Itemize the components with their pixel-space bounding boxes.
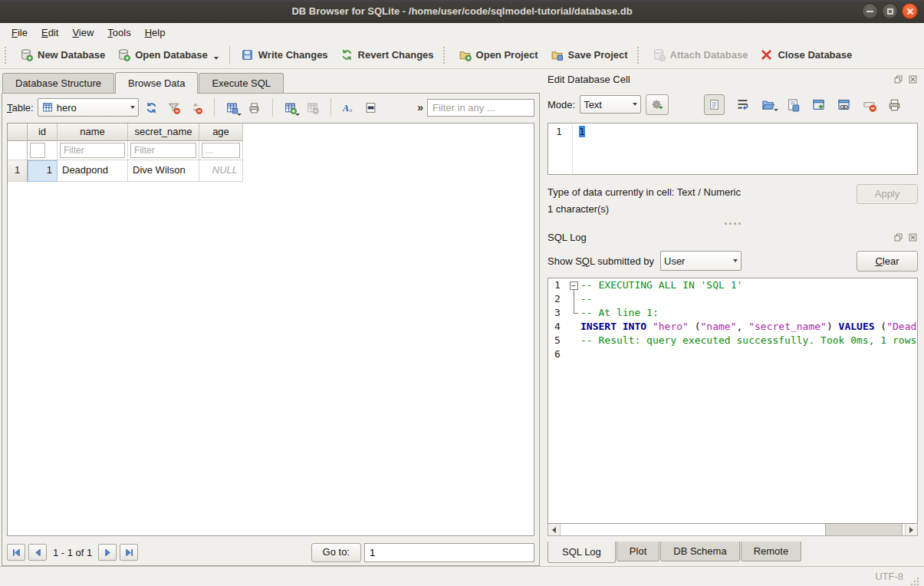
first-record-button[interactable]	[7, 544, 25, 561]
next-record-button[interactable]	[98, 544, 117, 561]
column-header-id[interactable]: id	[28, 123, 58, 141]
save-file-button[interactable]	[786, 97, 801, 112]
set-null-button[interactable]	[862, 97, 876, 112]
fold-start-icon[interactable]	[568, 278, 580, 292]
scroll-right-button[interactable]	[905, 524, 917, 535]
cell-id[interactable]: 1	[28, 160, 58, 182]
print-button[interactable]	[245, 98, 264, 117]
grid-corner-cell[interactable]	[8, 123, 28, 141]
print-cell-button[interactable]	[887, 97, 902, 112]
menu-file[interactable]: File	[5, 25, 35, 41]
import-file-button[interactable]	[761, 97, 775, 112]
dock-splitter[interactable]	[547, 218, 918, 229]
last-record-button[interactable]	[120, 544, 138, 561]
menu-help[interactable]: Help	[138, 25, 173, 41]
titlebar[interactable]: DB Browser for SQLite - /home/user/code/…	[0, 0, 924, 23]
column-header-name[interactable]: name	[58, 123, 128, 141]
close-dock-icon[interactable]	[908, 74, 918, 84]
toolbar-overflow-chevron[interactable]: »	[417, 101, 423, 114]
clear-sort-button[interactable]	[187, 98, 206, 117]
clear-log-button[interactable]: Clear	[857, 251, 918, 272]
cell-secret_name[interactable]: Dive Wilson	[128, 160, 199, 182]
dock-tab-sql-log[interactable]: SQL Log	[547, 542, 616, 563]
dropdown-caret-icon[interactable]	[237, 114, 242, 116]
word-wrap-button[interactable]	[735, 97, 750, 112]
toolbar-drag-handle[interactable]	[5, 47, 11, 64]
insert-record-button[interactable]	[281, 98, 300, 117]
open-database-button[interactable]: Open Database	[111, 44, 225, 65]
toolbar-drag-handle[interactable]	[637, 47, 643, 64]
write-changes-button[interactable]: Write Changes	[235, 44, 334, 65]
find-icon	[364, 101, 377, 114]
filter-input-secret_name[interactable]	[130, 143, 196, 158]
row-header[interactable]: 1	[8, 160, 28, 182]
minimize-icon	[866, 11, 873, 12]
filter-input-name[interactable]	[60, 143, 125, 158]
open-project-button[interactable]: Open Project	[452, 44, 544, 65]
text-view-button[interactable]	[704, 94, 725, 115]
cell-char-count: 1 character(s)	[547, 201, 741, 218]
filter-input-age[interactable]	[202, 143, 240, 158]
format-font-button[interactable]: Aa	[340, 98, 358, 117]
table-select[interactable]: hero	[38, 98, 139, 117]
dock-tab-db-schema[interactable]: DB Schema	[660, 542, 739, 561]
column-header-age[interactable]: age	[199, 123, 243, 141]
filter-any-column-input[interactable]	[427, 99, 534, 117]
toolbar-drag-handle[interactable]	[443, 47, 449, 64]
menu-view[interactable]: View	[65, 25, 100, 41]
resize-grip[interactable]	[909, 576, 919, 586]
close-window-button[interactable]	[902, 3, 918, 19]
menu-edit[interactable]: Edit	[35, 25, 65, 41]
apply-format-button[interactable]	[646, 94, 669, 115]
dock-area: Edit Database Cell Mode: Text 1	[541, 69, 924, 566]
cell-age[interactable]: NULL	[199, 160, 243, 182]
previous-record-button[interactable]	[28, 544, 47, 561]
export-external-button[interactable]	[811, 97, 826, 112]
dropdown-caret-icon[interactable]	[774, 109, 778, 111]
close-database-icon	[760, 48, 773, 61]
tab-execute-sql[interactable]: Execute SQL	[199, 73, 284, 93]
find-button[interactable]	[362, 98, 380, 117]
column-header-secret_name[interactable]: secret_name	[128, 123, 199, 141]
mode-select[interactable]: Text	[580, 95, 641, 114]
float-dock-icon[interactable]	[893, 74, 903, 84]
sql-log-filter-row: Show SQL submitted by User Clear	[547, 249, 918, 273]
goto-record-input[interactable]	[364, 543, 534, 562]
float-dock-icon[interactable]	[893, 232, 903, 242]
refresh-button[interactable]	[143, 98, 161, 117]
tab-database-structure[interactable]: Database Structure	[2, 73, 114, 93]
save-table-button[interactable]	[223, 98, 242, 117]
sql-log-view[interactable]: 1-- EXECUTING ALL IN 'SQL 1'2--3-- At li…	[547, 278, 918, 524]
clear-filters-icon	[167, 101, 180, 114]
tab-browse-data[interactable]: Browse Data	[115, 72, 198, 93]
close-database-button[interactable]: Close Database	[754, 44, 858, 65]
dock-tab-remote[interactable]: Remote	[741, 542, 802, 561]
new-database-button[interactable]: New Database	[14, 44, 111, 65]
scrollbar-thumb[interactable]	[825, 524, 903, 535]
fold-mid-icon[interactable]	[568, 292, 580, 306]
maximize-button[interactable]	[882, 3, 898, 19]
table-row[interactable]: 11DeadpondDive WilsonNULL	[8, 160, 534, 182]
log-segment-literal: "Deadpond	[886, 321, 917, 332]
goto-button[interactable]: Go to:	[311, 543, 361, 562]
filter-input-id[interactable]	[30, 143, 45, 158]
save-project-button[interactable]: Save Project	[544, 44, 634, 65]
open-project-icon	[459, 48, 472, 61]
dropdown-caret-icon[interactable]	[295, 114, 300, 116]
dropdown-caret-icon[interactable]	[214, 57, 219, 60]
dock-tab-plot[interactable]: Plot	[617, 542, 659, 561]
clear-filters-button[interactable]	[165, 98, 183, 117]
sql-source-select[interactable]: User	[660, 251, 742, 271]
link-button[interactable]	[837, 97, 851, 112]
cell-editor[interactable]: 1 1	[547, 123, 918, 175]
revert-changes-button[interactable]: Revert Changes	[334, 44, 440, 65]
scroll-left-button[interactable]	[548, 524, 561, 535]
minimize-button[interactable]	[862, 3, 878, 19]
cell-type-info: Type of data currently in cell: Text / N…	[547, 184, 741, 201]
menu-tools[interactable]: Tools	[100, 25, 137, 41]
close-dock-icon[interactable]	[908, 232, 918, 242]
cell-editor-content[interactable]: 1	[573, 123, 585, 174]
cell-name[interactable]: Deadpond	[58, 160, 128, 182]
sql-log-hscrollbar[interactable]	[547, 524, 918, 536]
fold-end-icon[interactable]	[568, 306, 580, 320]
